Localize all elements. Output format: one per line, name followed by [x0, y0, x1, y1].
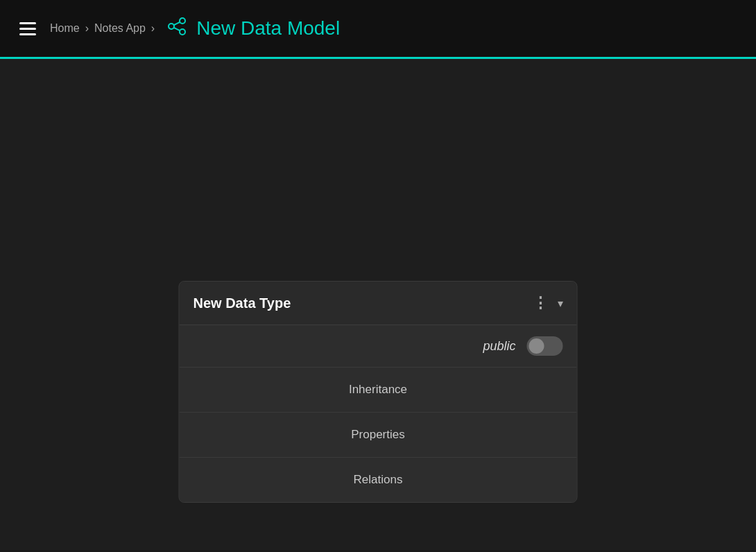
- public-toggle[interactable]: [527, 336, 563, 356]
- public-label: public: [483, 339, 515, 354]
- menu-icon[interactable]: [14, 17, 42, 41]
- header: Home › Notes App › New Data Model: [0, 0, 756, 59]
- page-title-area: New Data Model: [166, 15, 340, 42]
- svg-point-0: [169, 24, 174, 29]
- public-row: public: [180, 325, 577, 367]
- data-type-card: New Data Type ⋮ ▾ public Inheritance Pro…: [179, 281, 578, 503]
- inheritance-section[interactable]: Inheritance: [180, 367, 577, 412]
- breadcrumb-home[interactable]: Home: [50, 22, 80, 35]
- main-content: New Data Type ⋮ ▾ public Inheritance Pro…: [0, 59, 756, 550]
- svg-line-3: [174, 22, 180, 25]
- relations-label: Relations: [354, 473, 403, 486]
- card-header: New Data Type ⋮ ▾: [180, 282, 577, 325]
- properties-section[interactable]: Properties: [180, 412, 577, 457]
- page-title: New Data Model: [196, 17, 340, 40]
- breadcrumb: Home › Notes App ›: [50, 22, 155, 35]
- inheritance-label: Inheritance: [349, 383, 407, 396]
- breadcrumb-sep-2: ›: [151, 22, 155, 35]
- card-title: New Data Type: [194, 295, 291, 311]
- card-header-actions: ⋮ ▾: [533, 294, 563, 312]
- svg-point-1: [180, 18, 185, 24]
- data-model-icon: [166, 15, 188, 42]
- breadcrumb-notes-app[interactable]: Notes App: [94, 22, 146, 35]
- chevron-down-icon[interactable]: ▾: [558, 297, 563, 310]
- properties-label: Properties: [351, 428, 404, 441]
- more-options-icon[interactable]: ⋮: [533, 294, 549, 312]
- breadcrumb-sep-1: ›: [85, 22, 89, 35]
- svg-line-4: [174, 28, 180, 31]
- svg-point-2: [180, 29, 185, 35]
- relations-section[interactable]: Relations: [180, 457, 577, 502]
- toggle-knob: [529, 338, 544, 354]
